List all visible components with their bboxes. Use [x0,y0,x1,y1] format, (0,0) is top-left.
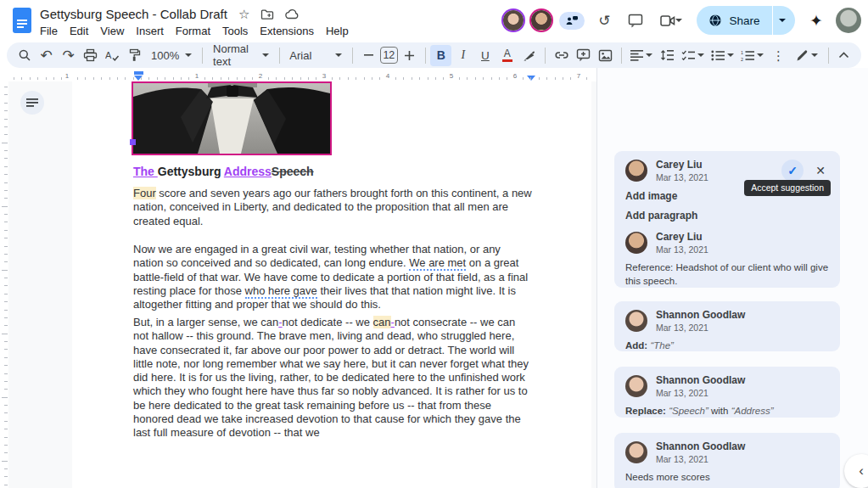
image-resize-handle[interactable] [130,139,136,145]
toolbar: ↶ ↷ A 100% Normal text Arial 12 B I U A [7,42,861,68]
link-visibility-globe-icon [708,14,722,27]
share-label: Share [729,14,759,27]
presence-chip[interactable] [559,12,585,30]
insert-link-icon[interactable] [551,45,572,66]
collaborator-avatar-1[interactable] [503,10,524,31]
comment-body: Reference: Headshot of our client who wi… [625,261,829,288]
vertical-ruler[interactable] [0,81,8,488]
comments-panel: Carey Liu Mar 13, 2021 ✓ ✕ Add image Add… [596,68,868,488]
menu-file[interactable]: File [34,24,64,38]
inserted-portrait-image[interactable] [132,81,332,155]
cloud-status-icon[interactable] [285,8,300,20]
star-icon[interactable]: ☆ [238,8,249,20]
version-history-icon[interactable]: ↺ [592,8,616,32]
portrait-photo [133,83,330,154]
document-title[interactable]: Gettysburg Speech - Collab Draft [40,7,227,21]
numbered-list-caret-icon [757,53,764,57]
line-spacing-icon[interactable] [657,45,678,66]
comment-body: Needs more scores [625,471,829,485]
document-summary-button[interactable] [20,91,44,115]
accept-suggestion-button[interactable]: ✓ [781,160,804,182]
font-size-input[interactable]: 12 [380,47,397,64]
search-icon[interactable] [14,45,35,66]
account-avatar[interactable] [836,8,861,33]
menu-extensions[interactable]: Extensions [254,24,320,38]
align-button[interactable] [627,45,656,66]
text-color-button[interactable]: A [496,45,518,66]
divider [828,48,829,64]
checklist-caret-icon [697,53,704,57]
zoom-select[interactable]: 100% [146,45,197,66]
paragraph-3[interactable]: But, in a larger sense, we can-not dedic… [133,316,533,440]
avatar [625,375,647,397]
reject-suggestion-button[interactable]: ✕ [812,162,829,179]
divider [545,48,546,64]
italic-button[interactable]: I [452,45,473,66]
checklist-button[interactable] [679,45,708,66]
hide-menus-button[interactable] [833,45,854,66]
align-caret-icon [646,53,652,57]
decrease-font-size-button[interactable] [358,45,379,66]
pencil-icon [796,49,809,62]
docs-logo-icon[interactable] [13,8,31,33]
suggestion-line: Add paragraph [625,210,829,222]
comment-date: Mar 13, 2021 [656,388,745,398]
insert-image-icon[interactable] [595,45,616,66]
avatar [625,232,647,254]
numbered-list-button[interactable]: 12 [738,45,767,66]
share-options-button[interactable] [773,6,795,35]
comment-card[interactable]: Shannon Goodlaw Mar 13, 2021 Needs more … [614,433,840,488]
meet-caret-icon [675,19,682,22]
increase-font-size-button[interactable] [399,45,420,66]
comment-date: Mar 13, 2021 [656,454,745,464]
show-comments-icon[interactable] [624,8,647,32]
suggestion-card[interactable]: Carey Liu Mar 13, 2021 ✓ ✕ Add image Add… [614,151,840,288]
redo-icon[interactable]: ↷ [58,45,79,66]
collaborator-avatar-2[interactable] [531,10,552,31]
highlight-color-icon[interactable] [518,45,540,66]
menu-insert[interactable]: Insert [130,24,170,38]
summary-icon [26,98,38,107]
menu-help[interactable]: Help [320,24,355,38]
comment-author: Shannon Goodlaw [656,441,745,452]
comment-card[interactable]: Shannon Goodlaw Mar 13, 2021 Add: “The” [614,301,840,351]
comment-author: Carey Liu [656,160,708,171]
add-comment-icon[interactable] [573,45,594,66]
paragraph-style-select[interactable]: Normal text [208,45,273,66]
horizontal-ruler[interactable]: 11234567 [8,71,591,81]
menu-view[interactable]: View [94,24,130,38]
avatar [625,310,647,332]
undo-icon[interactable]: ↶ [36,45,57,66]
divider [352,48,353,64]
paragraph-2[interactable]: Now we are engaged in a great civil war,… [133,243,533,311]
document-heading[interactable]: The Gettysburg AddressSpeech [133,165,314,178]
more-options-icon[interactable]: ⋮ [768,45,789,66]
comment-card[interactable]: Shannon Goodlaw Mar 13, 2021 Replace: “S… [614,367,840,418]
spellcheck-icon[interactable]: A [102,45,123,66]
bulleted-list-button[interactable] [708,45,737,66]
font-select[interactable]: Arial [284,45,347,66]
gemini-sparkle-icon[interactable]: ✦ [804,8,828,32]
editing-mode-button[interactable] [790,45,824,66]
accept-suggestion-tooltip: Accept suggestion [744,180,831,196]
underline-button[interactable]: U [474,45,496,66]
paragraph-1[interactable]: Four score and seven years ago our fathe… [133,187,533,228]
paint-format-icon[interactable] [124,45,145,66]
move-folder-icon[interactable] [260,8,274,20]
hide-comments-button[interactable]: ‹ [844,454,868,488]
menu-tools[interactable]: Tools [216,24,254,38]
print-icon[interactable] [80,45,101,66]
document-canvas: The Gettysburg AddressSpeech Four score … [8,81,596,488]
comment-date: Mar 13, 2021 [656,172,708,182]
meet-video-button[interactable] [655,8,687,32]
editing-mode-caret-icon [811,53,818,57]
first-line-indent-marker[interactable] [134,71,143,75]
bold-button[interactable]: B [430,45,451,66]
comment-date: Mar 13, 2021 [656,244,708,255]
share-button[interactable]: Share [697,6,771,35]
comment-author: Carey Liu [656,232,708,243]
menu-edit[interactable]: Edit [64,24,94,38]
bulleted-list-caret-icon [727,53,734,57]
avatar [625,160,647,182]
menu-format[interactable]: Format [170,24,216,38]
